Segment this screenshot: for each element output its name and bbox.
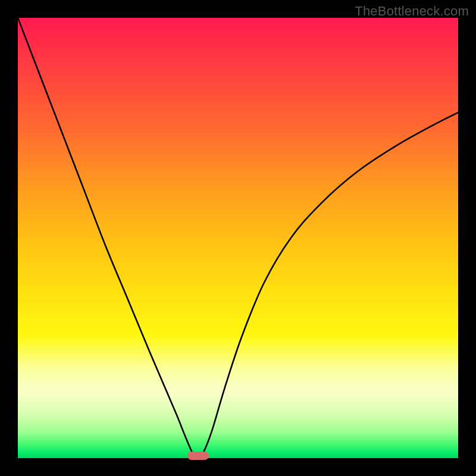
plot-area: [18, 18, 458, 458]
chart-frame: TheBottleneck.com: [0, 0, 476, 476]
optimal-marker: [187, 452, 209, 460]
curve-svg: [18, 18, 458, 458]
watermark-text: TheBottleneck.com: [355, 4, 469, 19]
bottleneck-curve: [18, 18, 458, 458]
